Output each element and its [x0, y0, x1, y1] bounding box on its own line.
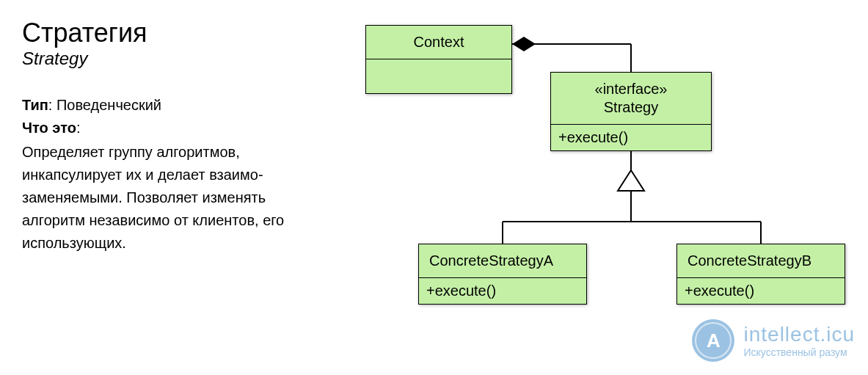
connectors	[345, 15, 858, 367]
page: Стратегия Strategy Тип: Поведенческий Чт…	[0, 0, 868, 375]
generalization-strategy	[503, 151, 761, 244]
type-value: : Поведенческий	[48, 97, 161, 113]
pattern-title: Стратегия	[22, 19, 308, 47]
what-colon: :	[76, 120, 81, 136]
diamond-icon	[512, 37, 536, 51]
type-line: Тип: Поведенческий	[22, 94, 308, 117]
text-column: Стратегия Strategy Тип: Поведенческий Чт…	[22, 19, 308, 255]
type-label: Тип	[22, 97, 48, 113]
uml-diagram: Context «interface» Strategy +execute() …	[345, 15, 858, 367]
what-label: Что это	[22, 120, 76, 136]
description: Определяет группу алгоритмов, инкапсулир…	[22, 141, 308, 255]
pattern-subtitle: Strategy	[22, 48, 308, 69]
what-line: Что это:	[22, 117, 308, 139]
triangle-icon	[618, 170, 644, 191]
composition-context-strategy	[512, 37, 631, 72]
